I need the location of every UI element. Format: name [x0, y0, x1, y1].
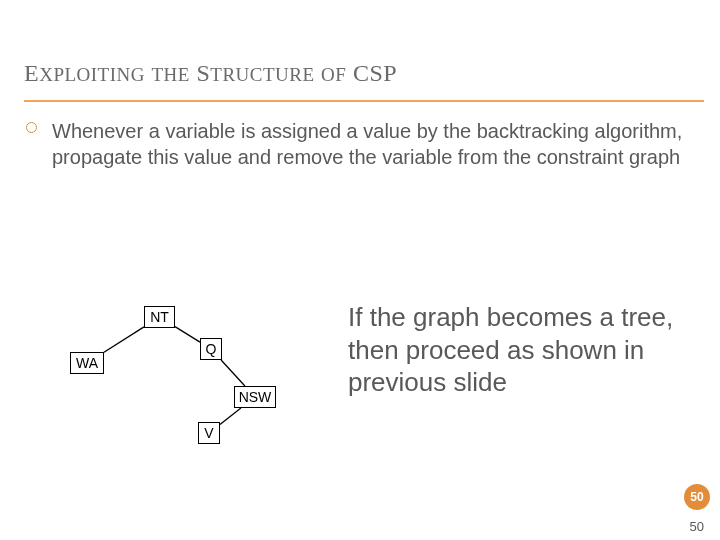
svg-line-1 [175, 327, 200, 343]
svg-line-3 [220, 408, 241, 424]
footer-number: 50 [690, 519, 704, 534]
tree-note: If the graph becomes a tree, then procee… [348, 301, 688, 399]
slide-number-bubble: 50 [684, 484, 710, 510]
svg-line-2 [221, 360, 245, 386]
slide-number: 50 [690, 490, 703, 504]
constraint-graph: NTWAQNSWV [60, 300, 320, 460]
graph-node-v: V [198, 422, 220, 444]
slide-title: EXPLOITING THE STRUCTURE OF CSP [24, 60, 696, 87]
title-underline [24, 100, 704, 102]
graph-node-nsw: NSW [234, 386, 276, 408]
graph-node-wa: WA [70, 352, 104, 374]
graph-node-nt: NT [144, 306, 175, 328]
bullet-text: Whenever a variable is assigned a value … [52, 118, 690, 170]
graph-edges [60, 300, 320, 460]
svg-line-0 [104, 327, 144, 352]
bullet-icon [26, 122, 37, 133]
graph-node-q: Q [200, 338, 222, 360]
